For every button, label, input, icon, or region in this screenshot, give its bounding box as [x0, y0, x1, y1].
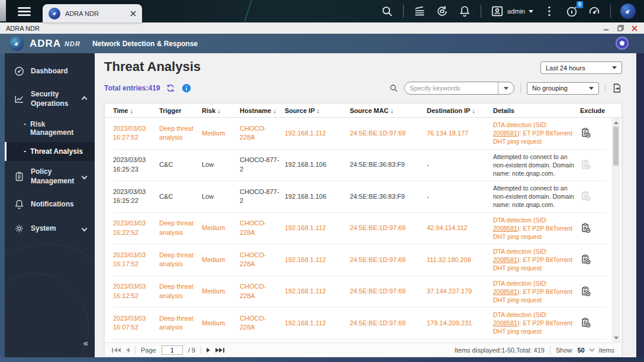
- account-avatar[interactable]: [616, 37, 629, 50]
- table-row[interactable]: 2023/03/0316:22:52Deep threat analysisMe…: [113, 213, 606, 245]
- sidebar-collapse-button[interactable]: «: [83, 338, 88, 348]
- info-icon[interactable]: [181, 83, 192, 93]
- main-menu-icon[interactable]: [18, 7, 31, 16]
- search-input[interactable]: [405, 85, 498, 92]
- background-tasks-icon[interactable]: [413, 5, 426, 18]
- column-header-hostname[interactable]: Hostname↓: [240, 107, 285, 114]
- details-text: DTA detection (SID:: [493, 121, 548, 128]
- tab-close-icon[interactable]: [130, 11, 136, 17]
- table-row[interactable]: 2023/03/0316:17:52Deep threat analysisMe…: [113, 244, 606, 276]
- next-page-button[interactable]: [207, 348, 210, 353]
- export-icon[interactable]: [611, 83, 622, 93]
- app-tab-adra-ndr[interactable]: ADRA NDR: [43, 4, 142, 22]
- sidebar-item-system[interactable]: System: [5, 216, 95, 241]
- sidebar-item-notifications[interactable]: Notifications: [5, 192, 95, 216]
- row-time: 16:17:52: [113, 260, 154, 269]
- sidebar-item-policy-management[interactable]: Policy Management: [5, 161, 95, 192]
- search-options-dropdown[interactable]: [498, 82, 514, 94]
- sidebar-item-threat-analysis[interactable]: - Threat Analysis: [5, 142, 95, 161]
- search-icon[interactable]: [381, 5, 394, 18]
- first-page-button[interactable]: [112, 348, 121, 353]
- column-header-source-mac[interactable]: Source MAC↓: [350, 107, 427, 114]
- cell-destination-ip: -: [427, 160, 493, 169]
- wallpaper-streak: [244, 1, 252, 22]
- exclude-button[interactable]: [580, 127, 592, 139]
- sort-icon: ↓: [472, 107, 475, 114]
- time-range-select[interactable]: Last 24 hours: [540, 62, 622, 74]
- minimize-icon[interactable]: [603, 25, 610, 32]
- cell-source-mac: 24:5E:BE:1D:97:69: [350, 287, 427, 296]
- vertical-scrollbar[interactable]: [612, 118, 620, 342]
- sidebar-item-risk-management[interactable]: - Risk Management: [5, 115, 95, 142]
- sid-link[interactable]: 2008581: [493, 225, 517, 232]
- sidebar-item-security-operations[interactable]: Security Operations: [5, 83, 95, 115]
- cell-trigger: Deep threat analysis: [159, 219, 202, 237]
- toolbar-divider: [520, 83, 521, 93]
- sid-link[interactable]: 2008581: [493, 256, 517, 263]
- resource-monitor-icon[interactable]: [588, 5, 601, 18]
- row-time: 16:27:52: [113, 133, 154, 142]
- external-device-icon[interactable]: [436, 5, 449, 18]
- scroll-up-icon[interactable]: [613, 119, 619, 126]
- sidebar-item-dashboard[interactable]: Dashboard: [5, 59, 95, 83]
- window-titlebar: ADRA NDR: [0, 22, 644, 34]
- chevron-down-icon[interactable]: [589, 347, 594, 351]
- exclude-button[interactable]: [580, 317, 592, 329]
- column-header-time[interactable]: Time↓: [113, 107, 159, 114]
- last-page-button[interactable]: [215, 348, 224, 353]
- cell-source-mac: 24:5E:BE:1D:97:69: [350, 224, 427, 232]
- column-header-risk[interactable]: Risk↓: [202, 107, 240, 114]
- user-menu[interactable]: admin: [491, 5, 533, 18]
- table-row[interactable]: 2023/03/0316:07:52Deep threat analysisMe…: [113, 308, 606, 340]
- table-row[interactable]: 2023/03/0316:25:23C&CLowCHOCO-877-2192.1…: [113, 150, 606, 182]
- chevron-down-icon: [612, 66, 617, 69]
- refresh-icon[interactable]: [165, 83, 176, 93]
- adra-dock-icon[interactable]: [620, 4, 636, 19]
- column-header-destination-ip[interactable]: Destination IP↓: [427, 107, 493, 114]
- table-body: 2023/03/0316:27:52Deep threat analysisMe…: [105, 118, 622, 346]
- page-label: Page: [141, 347, 156, 354]
- column-header-source-ip[interactable]: Source IP↓: [285, 107, 350, 114]
- row-date: 2023/03/03: [113, 219, 154, 228]
- user-icon: [491, 5, 504, 18]
- cell-hostname: CHOCO-228A: [240, 314, 285, 332]
- cell-destination-ip: 111.32.180.208: [427, 256, 493, 264]
- scroll-down-icon[interactable]: [613, 334, 619, 341]
- sort-icon: ↓: [130, 107, 133, 114]
- cell-destination-ip: -: [427, 192, 493, 201]
- column-label: Hostname: [240, 107, 271, 114]
- total-entries: Total entries:419: [104, 84, 160, 92]
- close-icon[interactable]: [631, 25, 638, 32]
- table-header-row: Time↓TriggerRisk↓Hostname↓Source IP↓Sour…: [105, 104, 622, 118]
- sid-link[interactable]: 2008581: [493, 288, 517, 295]
- notifications-bell-icon[interactable]: [458, 5, 471, 18]
- sidebar-item-label: System: [31, 224, 76, 234]
- topbar-divider: [403, 5, 404, 18]
- sid-link[interactable]: 2008581: [493, 130, 517, 137]
- sort-icon: ↓: [217, 107, 221, 114]
- more-options-icon[interactable]: [543, 5, 556, 18]
- app-subtitle: Network Detection & Response: [92, 40, 198, 48]
- sid-link[interactable]: 2008581: [493, 319, 517, 327]
- previous-page-button[interactable]: [126, 348, 130, 353]
- exclude-button[interactable]: [580, 254, 592, 266]
- table-row[interactable]: 2023/03/0316:27:52Deep threat analysisMe…: [113, 118, 606, 150]
- cell-time: 2023/03/0316:17:52: [113, 251, 159, 269]
- cell-trigger: Deep threat analysis: [159, 251, 202, 269]
- grouping-select[interactable]: No grouping: [527, 82, 599, 95]
- exclude-button[interactable]: [580, 286, 592, 298]
- sub-item-bullet: -: [24, 147, 26, 156]
- system-info-icon[interactable]: 5: [565, 5, 578, 18]
- table-row[interactable]: 2023/03/0316:25:22C&CLowCHOCO-877-2192.1…: [113, 181, 606, 213]
- sidebar-item-label: Risk Management: [30, 120, 90, 137]
- table-row[interactable]: 2023/03/0316:12:52Deep threat analysisMe…: [113, 276, 606, 308]
- scrollbar-thumb[interactable]: [613, 127, 619, 166]
- restore-icon[interactable]: [617, 25, 624, 32]
- exclude-button[interactable]: [580, 222, 592, 234]
- chevron-down-icon: [82, 174, 88, 180]
- chevron-down-icon: [82, 226, 88, 232]
- topbar-divider: [610, 5, 611, 18]
- page-size-value[interactable]: 50: [577, 347, 584, 354]
- cell-risk: Medium: [202, 287, 240, 296]
- page-input[interactable]: [162, 345, 183, 355]
